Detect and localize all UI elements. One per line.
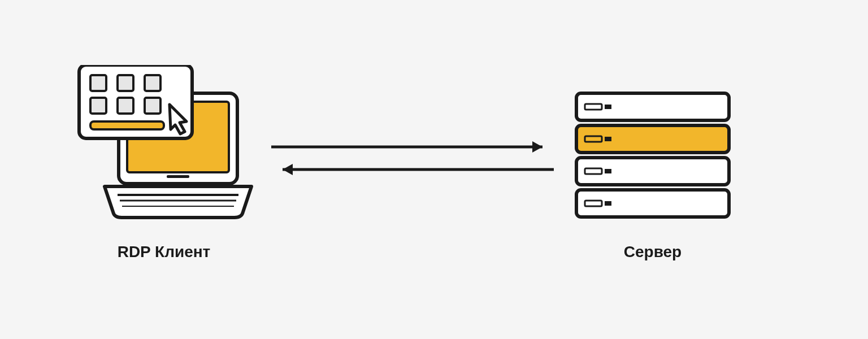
svg-rect-23	[605, 137, 611, 141]
svg-marker-17	[283, 164, 293, 175]
svg-rect-12	[145, 98, 160, 114]
server-unit-highlighted-icon	[576, 125, 729, 153]
client-label: RDP Клиент	[73, 243, 254, 261]
svg-rect-10	[90, 98, 106, 114]
svg-rect-21	[576, 125, 729, 153]
server-unit-icon	[576, 93, 729, 120]
diagram-canvas: RDP Клиент Сервер	[0, 0, 868, 339]
svg-rect-20	[605, 105, 611, 109]
svg-rect-24	[576, 158, 729, 185]
server-icon	[574, 90, 732, 220]
arrows-icon	[266, 136, 559, 186]
svg-rect-8	[118, 75, 133, 91]
svg-rect-11	[118, 98, 133, 114]
svg-rect-9	[145, 75, 160, 91]
svg-rect-27	[576, 190, 729, 217]
svg-rect-29	[605, 201, 611, 206]
svg-rect-26	[605, 169, 611, 173]
arrow-right-icon	[271, 141, 542, 153]
svg-rect-18	[576, 93, 729, 120]
server-unit-icon	[576, 158, 729, 185]
server-label: Сервер	[574, 243, 732, 261]
server-unit-icon	[576, 190, 729, 217]
svg-rect-7	[90, 75, 106, 91]
svg-marker-15	[532, 141, 542, 153]
svg-rect-13	[90, 121, 164, 129]
svg-rect-2	[167, 175, 189, 178]
client-icon	[73, 65, 254, 234]
arrow-left-icon	[283, 164, 554, 175]
